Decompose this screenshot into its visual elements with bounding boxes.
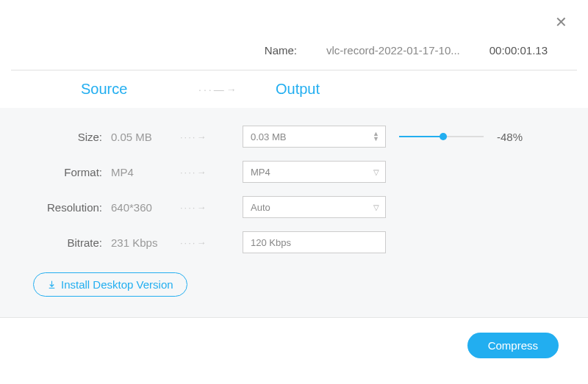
arrow-icon: ····→ [180, 202, 243, 213]
row-resolution: Resolution: 640*360 ····→ Auto ▽ [11, 196, 577, 218]
stepper-icon[interactable]: ▲▼ [373, 131, 379, 142]
bitrate-output-value: 120 Kbps [251, 237, 291, 248]
slider-fill [399, 136, 443, 137]
row-size: Size: 0.05 MB ····→ 0.03 MB ▲▼ -48% [11, 126, 577, 148]
duration: 00:00:01.13 [490, 44, 548, 57]
size-percent: -48% [497, 131, 523, 143]
column-source-label: Source [81, 81, 198, 98]
compress-button[interactable]: Compress [467, 333, 559, 358]
format-source-value: MP4 [107, 166, 180, 178]
footer: Compress [0, 318, 588, 358]
size-label: Size: [11, 131, 107, 143]
main-panel: Size: 0.05 MB ····→ 0.03 MB ▲▼ -48% Form… [0, 108, 588, 317]
column-output-label: Output [276, 81, 320, 98]
chevron-down-icon: ▽ [373, 203, 379, 211]
name-label: Name: [265, 44, 297, 57]
resolution-source-value: 640*360 [107, 201, 180, 214]
format-label: Format: [11, 166, 107, 178]
size-output-value: 0.03 MB [251, 131, 286, 142]
row-format: Format: MP4 ····→ MP4 ▽ [11, 161, 577, 183]
column-headers: Source ···—→ Output [11, 70, 577, 108]
arrow-icon: ····→ [180, 167, 243, 178]
size-slider-wrap: -48% [399, 131, 523, 143]
bitrate-output-input[interactable]: 120 Kbps [243, 231, 386, 253]
slider-thumb[interactable] [440, 133, 447, 140]
size-source-value: 0.05 MB [107, 131, 180, 143]
format-output-select[interactable]: MP4 ▽ [243, 161, 386, 183]
arrow-icon: ···—→ [198, 84, 261, 95]
resolution-output-value: Auto [251, 202, 270, 213]
arrow-icon: ····→ [180, 237, 243, 248]
header-row: Name: vlc-record-2022-01-17-10... 00:00:… [0, 0, 588, 70]
chevron-down-icon: ▽ [373, 168, 379, 176]
file-name: vlc-record-2022-01-17-10... [326, 44, 460, 57]
arrow-icon: ····→ [180, 131, 243, 142]
size-slider[interactable] [399, 131, 484, 142]
size-output-stepper[interactable]: 0.03 MB ▲▼ [243, 126, 386, 148]
bitrate-label: Bitrate: [11, 236, 107, 249]
close-icon[interactable]: ✕ [555, 13, 567, 31]
resolution-output-select[interactable]: Auto ▽ [243, 196, 386, 218]
resolution-label: Resolution: [11, 201, 107, 214]
install-desktop-button[interactable]: Install Desktop Version [33, 272, 187, 297]
row-bitrate: Bitrate: 231 Kbps ····→ 120 Kbps [11, 231, 577, 253]
format-output-value: MP4 [251, 167, 270, 178]
install-label: Install Desktop Version [61, 278, 173, 291]
download-icon [47, 280, 57, 289]
bitrate-source-value: 231 Kbps [107, 236, 180, 249]
